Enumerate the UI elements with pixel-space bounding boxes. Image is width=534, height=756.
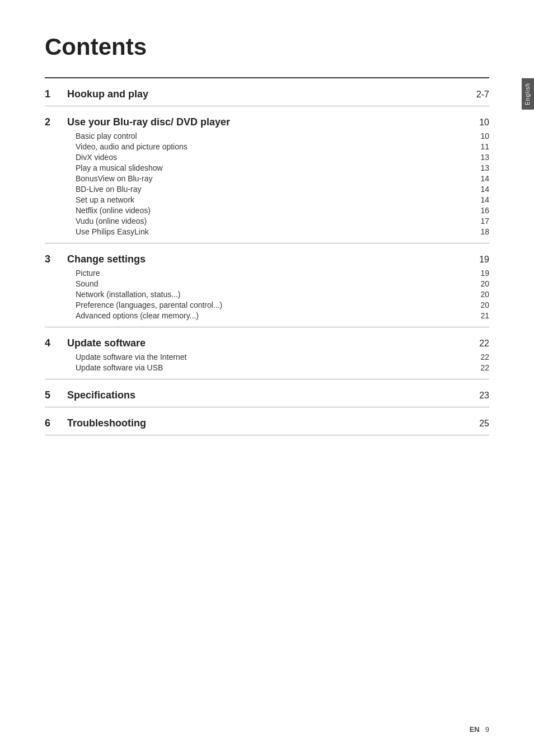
list-item: BD-Live on Blu-ray14 xyxy=(76,185,489,194)
subsection-label: BonusView on Blu-ray xyxy=(76,174,461,183)
subsection-label: Video, audio and picture options xyxy=(76,142,461,151)
section-title-6: Troubleshooting xyxy=(67,417,468,429)
divider-after-section-3 xyxy=(45,327,489,327)
sections-container: 1Hookup and play2-72Use your Blu-ray dis… xyxy=(45,88,489,435)
section-4: 4Update software22Update software via th… xyxy=(45,337,489,372)
subsection-label: Netflix (online videos) xyxy=(76,206,461,215)
sidebar-tab: English xyxy=(522,78,534,110)
subsection-page: 14 xyxy=(472,195,489,204)
section-number-2: 2 xyxy=(45,116,62,128)
subsection-label: Picture xyxy=(76,269,461,278)
list-item: Advanced options (clear memory...)21 xyxy=(76,311,489,320)
page-title: Contents xyxy=(45,34,489,60)
section-header-2: 2Use your Blu-ray disc/ DVD player10 xyxy=(45,116,489,128)
subsection-label: Network (installation, status...) xyxy=(76,290,461,299)
subsection-label: Update software via the Internet xyxy=(76,353,461,361)
section-1: 1Hookup and play2-7 xyxy=(45,88,489,100)
section-page-3: 19 xyxy=(479,255,489,265)
subsection-label: Sound xyxy=(76,279,461,288)
section-title-3: Change settings xyxy=(67,253,468,265)
section-title-5: Specifications xyxy=(67,389,468,401)
section-page-5: 23 xyxy=(479,391,489,401)
list-item: Preference (languages, parental control.… xyxy=(76,300,489,309)
subsection-label: Update software via USB xyxy=(76,363,461,372)
section-number-4: 4 xyxy=(45,337,62,349)
list-item: BonusView on Blu-ray14 xyxy=(76,174,489,183)
subsection-label: Advanced options (clear memory...) xyxy=(76,311,461,320)
section-number-6: 6 xyxy=(45,417,62,429)
section-page-4: 22 xyxy=(479,339,489,349)
subsection-label: Use Philips EasyLink xyxy=(76,227,461,236)
section-header-6: 6Troubleshooting25 xyxy=(45,417,489,429)
subsection-label: Basic play control xyxy=(76,132,461,140)
list-item: Sound20 xyxy=(76,279,489,288)
subsection-page: 20 xyxy=(472,300,489,309)
subsection-label: Vudu (online videos) xyxy=(76,217,461,226)
subsection-page: 21 xyxy=(472,311,489,320)
divider-after-section-5 xyxy=(45,407,489,407)
subsection-list-2: Basic play control10Video, audio and pic… xyxy=(45,132,489,236)
list-item: Basic play control10 xyxy=(76,132,489,140)
section-header-4: 4Update software22 xyxy=(45,337,489,349)
subsection-page: 18 xyxy=(472,227,489,236)
list-item: Netflix (online videos)16 xyxy=(76,206,489,215)
sidebar-label: English xyxy=(524,83,531,105)
subsection-page: 13 xyxy=(472,163,489,172)
list-item: Picture19 xyxy=(76,269,489,278)
section-header-5: 5Specifications23 xyxy=(45,389,489,401)
divider-after-section-2 xyxy=(45,243,489,243)
footer: EN 9 xyxy=(470,725,489,734)
section-3: 3Change settings19Picture19Sound20Networ… xyxy=(45,253,489,320)
divider-after-section-4 xyxy=(45,379,489,379)
section-page-1: 2-7 xyxy=(476,90,489,100)
subsection-label: DivX videos xyxy=(76,153,461,162)
list-item: DivX videos13 xyxy=(76,153,489,162)
subsection-page: 10 xyxy=(472,132,489,140)
section-5: 5Specifications23 xyxy=(45,389,489,401)
subsection-page: 17 xyxy=(472,217,489,226)
list-item: Set up a network14 xyxy=(76,195,489,204)
footer-page: 9 xyxy=(485,725,489,734)
section-6: 6Troubleshooting25 xyxy=(45,417,489,429)
top-divider xyxy=(45,77,489,78)
section-page-2: 10 xyxy=(479,118,489,128)
subsection-label: Set up a network xyxy=(76,195,461,204)
subsection-page: 13 xyxy=(472,153,489,162)
section-title-4: Update software xyxy=(67,337,468,349)
section-number-5: 5 xyxy=(45,389,62,401)
list-item: Network (installation, status...)20 xyxy=(76,290,489,299)
list-item: Play a musical slideshow13 xyxy=(76,163,489,172)
list-item: Update software via the Internet22 xyxy=(76,353,489,361)
footer-label: EN xyxy=(470,725,480,734)
subsection-page: 20 xyxy=(472,279,489,288)
subsection-page: 14 xyxy=(472,174,489,183)
list-item: Vudu (online videos)17 xyxy=(76,217,489,226)
page-container: English Contents 1Hookup and play2-72Use… xyxy=(0,0,534,756)
section-header-3: 3Change settings19 xyxy=(45,253,489,265)
subsection-page: 22 xyxy=(472,363,489,372)
subsection-page: 14 xyxy=(472,185,489,194)
section-number-1: 1 xyxy=(45,88,62,100)
subsection-page: 20 xyxy=(472,290,489,299)
list-item: Update software via USB22 xyxy=(76,363,489,372)
section-title-1: Hookup and play xyxy=(67,88,465,100)
section-number-3: 3 xyxy=(45,253,62,265)
subsection-label: BD-Live on Blu-ray xyxy=(76,185,461,194)
subsection-list-3: Picture19Sound20Network (installation, s… xyxy=(45,269,489,320)
subsection-page: 11 xyxy=(472,142,489,151)
subsection-label: Preference (languages, parental control.… xyxy=(76,300,461,309)
list-item: Video, audio and picture options11 xyxy=(76,142,489,151)
divider-after-section-6 xyxy=(45,435,489,435)
section-page-6: 25 xyxy=(479,419,489,429)
section-header-1: 1Hookup and play2-7 xyxy=(45,88,489,100)
section-2: 2Use your Blu-ray disc/ DVD player10Basi… xyxy=(45,116,489,236)
subsection-page: 22 xyxy=(472,353,489,361)
subsection-label: Play a musical slideshow xyxy=(76,163,461,172)
section-title-2: Use your Blu-ray disc/ DVD player xyxy=(67,116,468,128)
subsection-page: 19 xyxy=(472,269,489,278)
subsection-list-4: Update software via the Internet22Update… xyxy=(45,353,489,372)
list-item: Use Philips EasyLink18 xyxy=(76,227,489,236)
subsection-page: 16 xyxy=(472,206,489,215)
divider-after-section-1 xyxy=(45,106,489,106)
